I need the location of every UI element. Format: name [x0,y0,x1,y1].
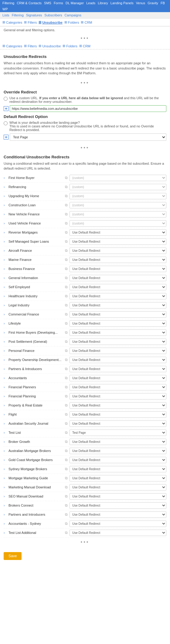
redirect-select[interactable]: Use Default RedirectTest Page [70,257,166,263]
nav-filtering[interactable]: Filtering [2,1,14,5]
copy-icon[interactable]: ⧉ [65,531,68,535]
copy-icon[interactable]: ⧉ [65,276,68,280]
copy-icon[interactable]: ⧉ [65,294,68,298]
redirect-select[interactable]: (custom)Use Default RedirectTest Page [70,193,166,199]
copy-icon[interactable]: ⧉ [65,512,68,517]
redirect-select[interactable]: (custom)Use Default RedirectTest Page [70,175,166,181]
redirect-select[interactable]: Use Default RedirectTest Page [70,320,166,327]
copy-icon[interactable]: ⧉ [65,467,68,471]
redirect-select[interactable]: Use Default RedirectTest Page [70,238,166,245]
redirect-select[interactable]: Use Default RedirectTest Page [70,411,166,418]
copy-icon[interactable]: ⧉ [65,440,68,444]
subtab-categories[interactable]: ⊞ Categories [2,44,22,48]
redirect-select[interactable]: Use Default RedirectTest Page [70,448,166,454]
redirect-select[interactable]: Use Default RedirectTest Page [70,530,166,536]
nav-landingpanels[interactable]: Landing Panels [110,1,134,5]
tab-unsubscribe[interactable]: ⊞ Unsubscribe [39,20,63,24]
copy-icon[interactable]: ⧉ [65,394,68,398]
copy-icon[interactable]: ⧉ [65,358,68,362]
copy-icon[interactable]: ⧉ [65,376,68,380]
redirect-select[interactable]: Use Default RedirectTest Page [70,439,166,445]
redirect-select[interactable]: Use Default RedirectTest Page [70,366,166,372]
copy-icon[interactable]: ⧉ [65,421,68,426]
redirect-select[interactable]: Test PageUse Default RedirectTest Page [70,430,166,436]
nav-library[interactable]: Library [98,1,108,5]
nav-venus[interactable]: Venus [136,1,145,5]
copy-icon[interactable]: ⧉ [65,312,68,316]
copy-icon[interactable]: ⧉ [65,330,68,335]
tab-folders[interactable]: ⊞ Folders [64,20,79,24]
subtab-crm[interactable]: ⊞ CRM [79,44,90,48]
copy-icon[interactable]: ⧉ [65,203,68,207]
subtab-filters[interactable]: ⊞ Filters [24,44,37,48]
subtab-folders[interactable]: ⊞ Folders [63,44,77,48]
copy-icon[interactable]: ⧉ [65,503,68,507]
nav-forms[interactable]: Forms [54,1,63,5]
copy-icon[interactable]: ⧉ [65,285,68,289]
copy-icon[interactable]: ⧉ [65,303,68,307]
copy-icon[interactable]: ⧉ [65,449,68,453]
nav-dlmanager[interactable]: DL Manager [66,1,84,5]
copy-icon[interactable]: ⧉ [65,239,68,244]
tab-categories[interactable]: ⊞ Categories [2,20,22,24]
copy-icon[interactable]: ⧉ [65,412,68,416]
redirect-select[interactable]: Use Default RedirectTest Page [70,284,166,290]
copy-icon[interactable]: ⧉ [65,458,68,462]
save-button[interactable]: Save [4,552,22,560]
redirect-select[interactable]: Use Default RedirectTest Page [70,357,166,363]
redirect-select[interactable]: Use Default RedirectTest Page [70,384,166,390]
copy-icon[interactable]: ⧉ [65,430,68,435]
copy-icon[interactable]: ⧉ [65,385,68,389]
redirect-select[interactable]: Use Default RedirectTest Page [70,339,166,345]
redirect-select[interactable]: Use Default RedirectTest Page [70,484,166,491]
default-redirect-select[interactable]: Test Page Use Default Redirect [10,133,166,141]
copy-icon[interactable]: ⧉ [65,494,68,498]
copy-icon[interactable]: ⧉ [65,176,68,180]
nav-crm[interactable]: CRM & Contacts [17,1,42,5]
copy-icon[interactable]: ⧉ [65,212,68,216]
redirect-select[interactable]: (custom)Use Default RedirectTest Page [70,220,166,227]
redirect-select[interactable]: Use Default RedirectTest Page [70,266,166,272]
nav-leads[interactable]: Leads [86,1,95,5]
redirect-select[interactable]: Use Default RedirectTest Page [70,420,166,427]
subnav-filtering[interactable]: Filtering [12,13,24,17]
nav-gravity[interactable]: Gravity [148,1,158,5]
copy-icon[interactable]: ⧉ [65,194,68,198]
redirect-select[interactable]: Use Default RedirectTest Page [70,466,166,472]
copy-icon[interactable]: ⧉ [65,521,68,526]
redirect-select[interactable]: Use Default RedirectTest Page [70,521,166,527]
redirect-select[interactable]: (custom)Use Default RedirectTest Page [70,202,166,208]
subnav-lists[interactable]: Lists [2,13,9,17]
redirect-select[interactable]: Use Default RedirectTest Page [70,248,166,254]
copy-icon[interactable]: ⧉ [65,248,68,253]
copy-icon[interactable]: ⧉ [65,321,68,325]
redirect-select[interactable]: Use Default RedirectTest Page [70,493,166,500]
redirect-select[interactable]: Use Default RedirectTest Page [70,511,166,518]
nav-fb[interactable]: FB [161,1,165,5]
nav-sms[interactable]: SMS [44,1,51,5]
copy-icon[interactable]: ⧉ [65,339,68,344]
redirect-select[interactable]: Use Default RedirectTest Page [70,402,166,409]
copy-icon[interactable]: ⧉ [65,258,68,262]
redirect-select[interactable]: Use Default RedirectTest Page [70,375,166,381]
subnav-signatures[interactable]: Signatures [26,13,42,17]
redirect-select[interactable]: Use Default RedirectTest Page [70,393,166,400]
redirect-select[interactable]: Use Default RedirectTest Page [70,311,166,318]
override-url-input[interactable] [10,105,166,112]
nav-wp[interactable]: WP [2,7,8,11]
redirect-select[interactable]: Use Default RedirectTest Page [70,502,166,509]
copy-icon[interactable]: ⧉ [65,367,68,371]
tab-crm[interactable]: ⊞ CRM [81,20,92,24]
redirect-select[interactable]: Use Default RedirectTest Page [70,293,166,299]
redirect-select[interactable]: Use Default RedirectTest Page [70,457,166,463]
subnav-subscribers[interactable]: Subscribers [44,13,62,17]
copy-icon[interactable]: ⧉ [65,221,68,225]
redirect-select[interactable]: Use Default RedirectTest Page [70,302,166,309]
copy-icon[interactable]: ⧉ [65,403,68,407]
copy-icon[interactable]: ⧉ [65,485,68,489]
redirect-select[interactable]: Use Default RedirectTest Page [70,348,166,354]
subnav-campaigns[interactable]: Campaigns [64,13,81,17]
copy-icon[interactable]: ⧉ [65,230,68,234]
subtab-unsubscribe[interactable]: ⊞ Unsubscribe [39,44,61,48]
redirect-select[interactable]: Use Default RedirectTest Page [70,229,166,236]
